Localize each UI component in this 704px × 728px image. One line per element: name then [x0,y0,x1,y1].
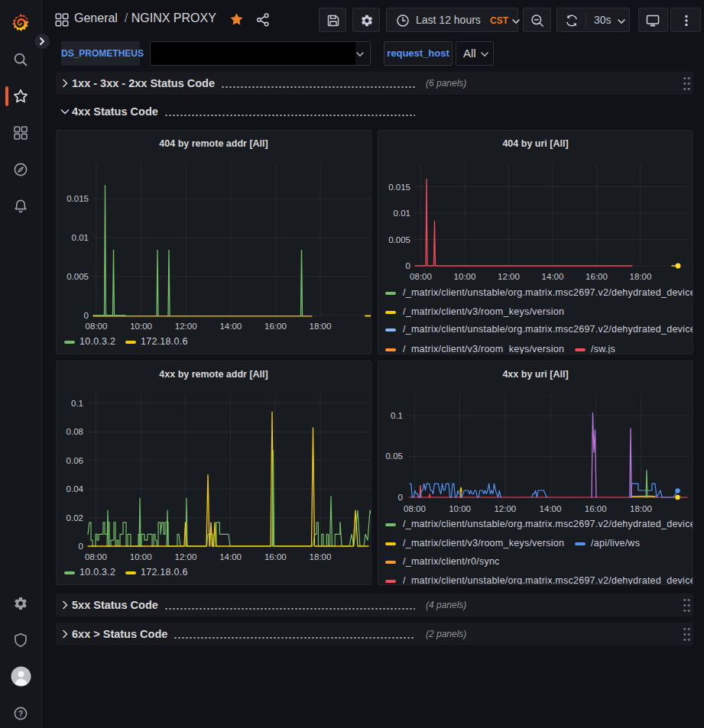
svg-text:0.015: 0.015 [67,194,89,203]
svg-text:16:00: 16:00 [264,552,287,561]
svg-text:0.01: 0.01 [72,233,89,242]
svg-text:0.1: 0.1 [391,411,403,420]
svg-text:0.04: 0.04 [67,484,84,493]
svg-text:18:00: 18:00 [310,322,332,331]
svg-text:0.015: 0.015 [388,183,410,192]
svg-text:0.06: 0.06 [67,456,83,465]
svg-text:08:00: 08:00 [85,552,107,561]
svg-text:12:00: 12:00 [175,322,197,331]
svg-text:10:00: 10:00 [454,272,476,281]
svg-text:18:00: 18:00 [630,272,652,281]
svg-text:0.02: 0.02 [67,513,83,523]
svg-text:0: 0 [84,311,89,320]
svg-text:16:00: 16:00 [586,272,608,281]
svg-text:14:00: 14:00 [542,272,564,281]
svg-text:10:00: 10:00 [449,504,471,513]
svg-text:08:00: 08:00 [410,272,432,281]
svg-text:0.005: 0.005 [388,235,410,244]
svg-text:0.08: 0.08 [67,427,83,436]
svg-text:0.05: 0.05 [386,451,403,461]
svg-text:?: ? [18,709,23,718]
svg-text:0: 0 [398,493,403,502]
svg-text:12:00: 12:00 [494,504,516,513]
svg-text:0.005: 0.005 [67,272,89,281]
svg-text:12:00: 12:00 [498,272,520,281]
svg-text:12:00: 12:00 [175,552,197,561]
svg-text:14:00: 14:00 [219,322,242,331]
svg-text:10:00: 10:00 [130,552,152,561]
svg-text:18:00: 18:00 [630,504,652,513]
svg-text:14:00: 14:00 [540,504,562,513]
svg-text:0: 0 [406,261,410,270]
svg-text:0.1: 0.1 [71,399,83,408]
svg-text:16:00: 16:00 [585,504,607,513]
svg-text:08:00: 08:00 [86,322,108,331]
svg-text:16:00: 16:00 [264,322,287,331]
svg-text:18:00: 18:00 [310,552,332,561]
svg-text:10:00: 10:00 [130,322,152,331]
svg-text:14:00: 14:00 [219,552,242,561]
svg-text:0.01: 0.01 [394,209,410,218]
svg-text:08:00: 08:00 [404,504,426,513]
svg-text:0: 0 [79,542,83,551]
